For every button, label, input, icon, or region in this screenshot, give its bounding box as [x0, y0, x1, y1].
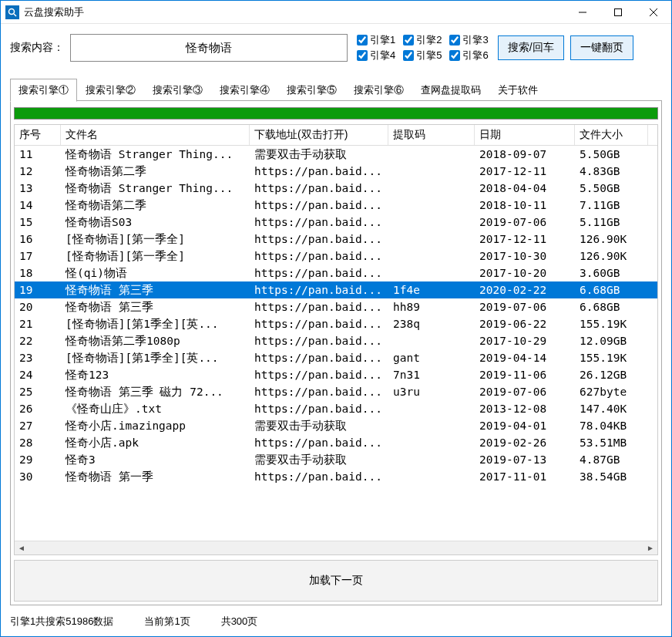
page-button[interactable]: 一键翻页: [570, 35, 633, 60]
cell-url: https://pan.baid...: [250, 352, 388, 364]
cell-url: https://pan.baid...: [250, 386, 388, 398]
search-row: 搜索内容： 引擎1引擎2引擎3引擎4引擎5引擎6 搜索/回车 一键翻页: [1, 24, 671, 69]
cell-seq: 18: [15, 267, 61, 279]
cell-date: 2019-02-26: [475, 436, 575, 449]
cell-size: 26.12GB: [575, 369, 648, 381]
cell-date: 2018-09-07: [475, 148, 575, 160]
search-button[interactable]: 搜索/回车: [498, 35, 564, 60]
col-size[interactable]: 文件大小: [575, 125, 648, 145]
engine-checkbox-1[interactable]: 引擎1: [357, 33, 395, 47]
horizontal-scrollbar[interactable]: ◄ ►: [15, 541, 657, 554]
tab-7[interactable]: 查网盘提取码: [412, 79, 489, 102]
engine-checkbox-2[interactable]: 引擎2: [403, 33, 442, 47]
cell-seq: 14: [15, 199, 61, 211]
cell-date: 2017-10-20: [475, 267, 575, 279]
cell-date: 2019-07-13: [475, 453, 575, 466]
engine-checkbox-input-1[interactable]: [357, 35, 368, 46]
table-row[interactable]: 21[怪奇物语][第1季全][英...https://pan.baid...23…: [15, 315, 657, 332]
cell-seq: 27: [15, 420, 61, 432]
cell-date: 2019-04-14: [475, 352, 575, 364]
table-row[interactable]: 13怪奇物语 Stranger Thing...https://pan.baid…: [15, 180, 657, 197]
col-code[interactable]: 提取码: [388, 125, 475, 145]
tab-8[interactable]: 关于软件: [489, 79, 546, 102]
cell-size: 155.19K: [575, 352, 648, 364]
table-row[interactable]: 16[怪奇物语][第一季全]https://pan.baid...2017-12…: [15, 231, 657, 248]
table-row[interactable]: 14怪奇物语第二季https://pan.baid...2018-10-117.…: [15, 197, 657, 214]
table-row[interactable]: 22怪奇物语第二季1080phttps://pan.baid...2017-10…: [15, 332, 657, 349]
cell-url: 需要双击手动获取: [250, 453, 388, 467]
engine-checkbox-input-3[interactable]: [449, 35, 460, 46]
engine-checkbox-input-5[interactable]: [403, 50, 414, 61]
table-row[interactable]: 20怪奇物语 第三季https://pan.baid...hh892019-07…: [15, 298, 657, 315]
cell-filename: 怪奇物语 第三季: [61, 283, 250, 298]
tab-2[interactable]: 搜索引擎②: [77, 79, 144, 102]
engine-label: 引擎4: [370, 49, 395, 62]
table-row[interactable]: 17[怪奇物语][第一季全]https://pan.baid...2017-10…: [15, 248, 657, 265]
engine-checkbox-3[interactable]: 引擎3: [449, 33, 488, 47]
tab-6[interactable]: 搜索引擎⑥: [345, 79, 412, 102]
cell-date: 2017-10-30: [475, 250, 575, 262]
table-row[interactable]: 11怪奇物语 Stranger Thing...需要双击手动获取2018-09-…: [15, 146, 657, 163]
cell-seq: 26: [15, 403, 61, 415]
scroll-track[interactable]: [29, 541, 643, 555]
engine-checkbox-6[interactable]: 引擎6: [449, 49, 488, 62]
cell-size: 4.87GB: [575, 453, 648, 466]
table-row[interactable]: 30怪奇物语 第一季https://pan.baid...2017-11-013…: [15, 468, 657, 485]
engine-checkbox-4[interactable]: 引擎4: [357, 49, 395, 62]
cell-filename: [怪奇物语][第1季全][英...: [61, 351, 250, 366]
cell-filename: 《怪奇山庄》.txt: [61, 402, 250, 416]
col-date[interactable]: 日期: [475, 125, 575, 145]
cell-url: https://pan.baid...: [250, 369, 388, 381]
cell-filename: 怪奇物语第二季: [61, 164, 250, 179]
table-row[interactable]: 19怪奇物语 第三季https://pan.baid...1f4e2020-02…: [15, 281, 657, 298]
cell-size: 5.50GB: [575, 182, 648, 194]
scroll-left-icon[interactable]: ◄: [15, 541, 29, 555]
cell-code: gant: [388, 352, 475, 364]
table-row[interactable]: 25怪奇物语 第三季 磁力 72...https://pan.baid...u3…: [15, 383, 657, 400]
table-row[interactable]: 15怪奇物语S03https://pan.baid...2019-07-065.…: [15, 214, 657, 231]
table-row[interactable]: 29怪奇3需要双击手动获取2019-07-134.87GB: [15, 451, 657, 468]
cell-filename: 怪(qi)物语: [61, 266, 250, 281]
cell-filename: 怪奇物语S03: [61, 215, 250, 230]
cell-code: 1f4e: [388, 284, 475, 296]
table-row[interactable]: 24怪奇123https://pan.baid...7n312019-11-06…: [15, 366, 657, 383]
svg-rect-3: [615, 8, 622, 15]
table-row[interactable]: 28怪奇小店.apkhttps://pan.baid...2019-02-265…: [15, 434, 657, 451]
load-next-button[interactable]: 加载下一页: [14, 560, 658, 602]
col-filename[interactable]: 文件名: [61, 125, 250, 145]
cell-filename: [怪奇物语][第一季全]: [61, 249, 250, 264]
tab-1[interactable]: 搜索引擎①: [10, 79, 77, 102]
status-current-page: 当前第1页: [144, 615, 190, 629]
tab-5[interactable]: 搜索引擎⑤: [278, 79, 345, 102]
cell-seq: 13: [15, 182, 61, 194]
col-url[interactable]: 下载地址(双击打开): [250, 125, 388, 145]
engine-checkbox-input-2[interactable]: [403, 35, 414, 46]
cell-url: https://pan.baid...: [250, 403, 388, 415]
tab-3[interactable]: 搜索引擎③: [144, 79, 211, 102]
cell-code: 238q: [388, 318, 475, 330]
tab-4[interactable]: 搜索引擎④: [211, 79, 278, 102]
scroll-right-icon[interactable]: ►: [643, 541, 657, 555]
cell-size: 12.09GB: [575, 335, 648, 347]
table-row[interactable]: 18怪(qi)物语https://pan.baid...2017-10-203.…: [15, 265, 657, 281]
table-row[interactable]: 12怪奇物语第二季https://pan.baid...2017-12-114.…: [15, 163, 657, 180]
search-input[interactable]: [70, 34, 348, 62]
table-row[interactable]: 23[怪奇物语][第1季全][英...https://pan.baid...ga…: [15, 349, 657, 366]
maximize-button[interactable]: [600, 1, 636, 24]
engine-checkbox-5[interactable]: 引擎5: [403, 49, 442, 62]
table-row[interactable]: 26《怪奇山庄》.txthttps://pan.baid...2013-12-0…: [15, 400, 657, 417]
cell-filename: 怪奇物语 Stranger Thing...: [61, 147, 250, 162]
cell-seq: 15: [15, 216, 61, 228]
cell-url: https://pan.baid...: [250, 335, 388, 347]
cell-date: 2019-11-06: [475, 369, 575, 381]
close-button[interactable]: [636, 1, 671, 24]
titlebar: 云盘搜索助手: [1, 1, 671, 24]
engine-checkbox-input-4[interactable]: [357, 50, 368, 61]
col-seq[interactable]: 序号: [15, 125, 61, 145]
table-row[interactable]: 27怪奇小店.imazingapp需要双击手动获取2019-04-0178.04…: [15, 417, 657, 434]
cell-seq: 21: [15, 318, 61, 330]
minimize-button[interactable]: [565, 1, 600, 24]
cell-url: https://pan.baid...: [250, 165, 388, 177]
cell-size: 627byte: [575, 386, 648, 398]
engine-checkbox-input-6[interactable]: [449, 50, 460, 61]
